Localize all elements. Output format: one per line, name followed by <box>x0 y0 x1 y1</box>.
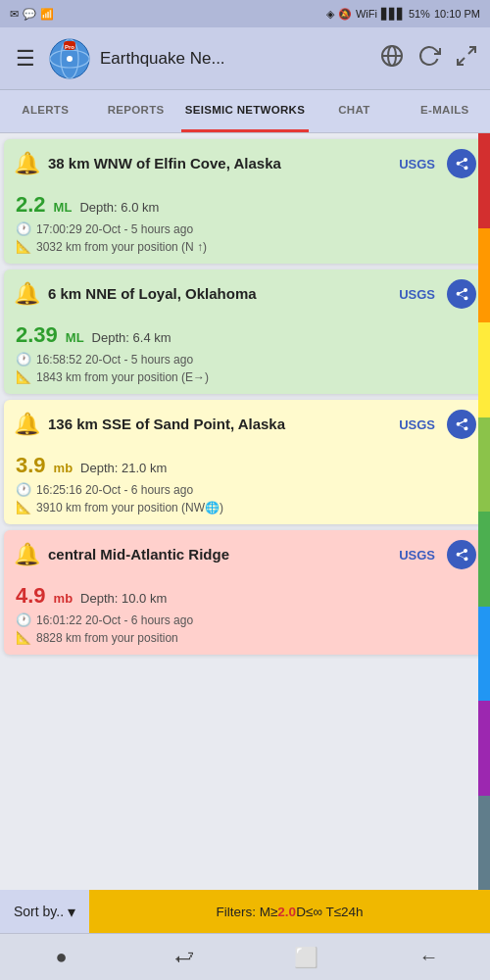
earthquake-card-3: 🔔 136 km SSE of Sand Point, Alaska USGS … <box>4 400 486 524</box>
magnitude-value-1: 2.2 <box>16 192 46 218</box>
svg-line-10 <box>458 58 465 65</box>
expand-icon[interactable] <box>455 44 478 73</box>
card-body-3: 3.9 mb Depth: 21.0 km 🕐 16:25:16 20-Oct … <box>4 447 486 524</box>
magnitude-value-3: 3.9 <box>16 453 46 478</box>
bottom-nav: ● ⮐ ⬜ ← <box>0 933 490 980</box>
sms-icon: 💬 <box>23 8 36 21</box>
sort-by-label: Sort by.. <box>14 904 64 919</box>
magnitude-row-3: 3.9 mb Depth: 21.0 km <box>16 453 474 478</box>
share-button-4[interactable] <box>447 540 476 569</box>
location-1: 38 km WNW of Elfin Cove, Alaska <box>48 154 391 173</box>
tab-chat[interactable]: CHAT <box>309 90 399 132</box>
status-bar: ✉ 💬 📶 ◈ 🔕 WiFi ▋▋▋ 51% 10:10 PM <box>0 0 490 27</box>
magnitude-value-4: 4.9 <box>16 583 46 609</box>
alert-icon-2: 🔔 <box>14 281 40 307</box>
share-button-2[interactable] <box>447 279 476 309</box>
depth-3: Depth: 21.0 km <box>80 461 167 475</box>
depth-4: Depth: 10.0 km <box>80 591 167 606</box>
svg-line-9 <box>468 47 475 54</box>
strip-light-green <box>478 417 490 513</box>
alert-icon-4: 🔔 <box>14 542 40 567</box>
earthquake-card-2: 🔔 6 km NNE of Loyal, Oklahoma USGS 2.39 … <box>4 270 486 394</box>
clock-icon-1: 🕐 <box>16 221 31 236</box>
location-3: 136 km SSE of Sand Point, Alaska <box>48 415 391 434</box>
routing-button[interactable]: ⮐ <box>155 934 214 980</box>
strip-green <box>478 512 490 607</box>
source-4: USGS <box>399 548 435 563</box>
filter-label: Filters: M≥2.0 D≤∞ T≤24h <box>89 890 490 933</box>
back-icon: ← <box>419 946 439 968</box>
svg-text:Pro: Pro <box>65 44 74 50</box>
magnitude-row-1: 2.2 ML Depth: 6.0 km <box>16 192 474 218</box>
magnitude-type-4: mb <box>54 591 74 606</box>
globe-icon[interactable] <box>380 44 404 73</box>
earthquake-list: 🔔 38 km WNW of Elfin Cove, Alaska USGS 2… <box>0 133 490 890</box>
source-2: USGS <box>399 287 435 302</box>
compass-icon-4: 📐 <box>16 630 31 645</box>
color-strip <box>478 133 490 890</box>
strip-red <box>478 133 490 228</box>
status-right: ◈ 🔕 WiFi ▋▋▋ 51% 10:10 PM <box>326 8 480 21</box>
filter-magnitude: 2.0 <box>277 905 296 919</box>
app-title: Earthquake Ne... <box>100 49 370 69</box>
source-3: USGS <box>399 417 435 432</box>
svg-point-3 <box>67 56 73 62</box>
refresh-icon[interactable] <box>417 44 441 73</box>
magnitude-row-2: 2.39 ML Depth: 6.4 km <box>16 322 474 348</box>
compass-icon-2: 📐 <box>16 369 31 384</box>
status-left-icons: ✉ 💬 📶 <box>10 8 54 21</box>
sort-by-button[interactable]: Sort by.. ▾ <box>0 890 89 933</box>
tab-reports[interactable]: REPORTS <box>90 90 180 132</box>
magnitude-type-3: mb <box>54 461 74 475</box>
location-icon: ◈ <box>326 8 334 21</box>
card-body-4: 4.9 mb Depth: 10.0 km 🕐 16:01:22 20-Oct … <box>4 577 486 655</box>
filter-prefix: Filters: M≥ <box>216 905 277 919</box>
battery-level: 51% <box>409 8 430 20</box>
time-row-2: 🕐 16:58:52 20-Oct - 5 hours ago <box>16 352 474 367</box>
card-header-3: 🔔 136 km SSE of Sand Point, Alaska USGS <box>4 400 486 447</box>
distance-row-2: 📐 1843 km from your position (E→) <box>16 369 474 384</box>
hamburger-button[interactable]: ☰ <box>12 42 39 75</box>
tab-bar: ALERTS REPORTS SEISMIC NETWORKS CHAT E-M… <box>0 90 490 133</box>
strip-orange <box>478 228 490 323</box>
depth-2: Depth: 6.4 km <box>92 330 172 345</box>
tab-emails[interactable]: E-MAILS <box>400 90 490 132</box>
strip-blue <box>478 607 490 702</box>
time-row-1: 🕐 17:00:29 20-Oct - 5 hours ago <box>16 221 474 236</box>
dot-button[interactable]: ● <box>32 934 91 980</box>
tab-seismic-networks[interactable]: SEISMIC NETWORKS <box>181 90 309 132</box>
mail-icon: ✉ <box>10 8 19 21</box>
clock-icon-4: 🕐 <box>16 612 31 627</box>
home-button[interactable]: ⬜ <box>277 934 336 980</box>
magnitude-row-4: 4.9 mb Depth: 10.0 km <box>16 583 474 609</box>
distance-row-4: 📐 8828 km from your position <box>16 630 474 645</box>
distance-row-1: 📐 3032 km from your position (N ↑) <box>16 239 474 254</box>
magnitude-type-1: ML <box>54 200 73 215</box>
app-bar-actions <box>380 44 478 73</box>
clock-time: 10:10 PM <box>434 8 480 20</box>
app-bar: ☰ Pro Earthquake Ne... <box>0 27 490 90</box>
dot-icon: ● <box>55 946 67 968</box>
distance-row-3: 📐 3910 km from your position (NW🌐) <box>16 500 474 514</box>
card-body-2: 2.39 ML Depth: 6.4 km 🕐 16:58:52 20-Oct … <box>4 317 486 394</box>
mute-icon: 🔕 <box>338 8 352 21</box>
time-row-3: 🕐 16:25:16 20-Oct - 6 hours ago <box>16 482 474 497</box>
card-header-4: 🔔 central Mid-Atlantic Ridge USGS <box>4 530 486 577</box>
signal-icon: 📶 <box>40 8 54 21</box>
back-button[interactable]: ← <box>400 934 459 980</box>
card-header-1: 🔔 38 km WNW of Elfin Cove, Alaska USGS <box>4 139 486 186</box>
square-icon: ⬜ <box>294 946 318 969</box>
earthquake-card-1: 🔔 38 km WNW of Elfin Cove, Alaska USGS 2… <box>4 139 486 264</box>
earthquake-card-4: 🔔 central Mid-Atlantic Ridge USGS 4.9 mb… <box>4 530 486 655</box>
compass-icon-3: 📐 <box>16 500 31 514</box>
routing-icon: ⮐ <box>174 946 194 968</box>
location-4: central Mid-Atlantic Ridge <box>48 545 391 564</box>
share-button-3[interactable] <box>447 410 476 439</box>
strip-purple <box>478 701 490 796</box>
card-header-2: 🔔 6 km NNE of Loyal, Oklahoma USGS <box>4 270 486 317</box>
tab-alerts[interactable]: ALERTS <box>0 90 90 132</box>
share-button-1[interactable] <box>447 149 476 178</box>
card-body-1: 2.2 ML Depth: 6.0 km 🕐 17:00:29 20-Oct -… <box>4 186 486 264</box>
alert-icon-1: 🔔 <box>14 151 40 176</box>
source-1: USGS <box>399 157 435 172</box>
